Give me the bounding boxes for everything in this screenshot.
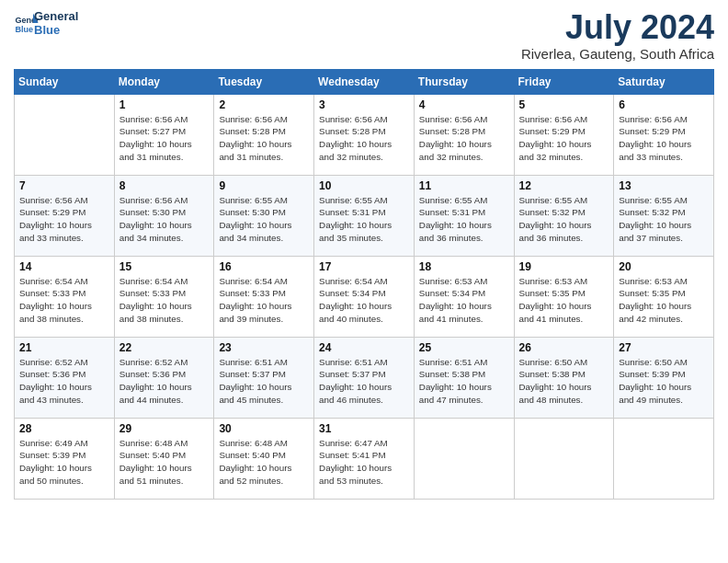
calendar-cell	[614, 418, 714, 499]
calendar-cell: 5 Sunrise: 6:56 AM Sunset: 5:29 PM Dayli…	[514, 94, 614, 175]
day-detail: Sunrise: 6:55 AM Sunset: 5:31 PM Dayligh…	[419, 194, 509, 245]
calendar-cell	[514, 418, 614, 499]
day-detail: Sunrise: 6:47 AM Sunset: 5:41 PM Dayligh…	[319, 437, 409, 488]
sunset-label: Sunset: 5:29 PM	[519, 126, 586, 136]
sunset-label: Sunset: 5:35 PM	[619, 288, 685, 298]
calendar-cell: 20 Sunrise: 6:53 AM Sunset: 5:35 PM Dayl…	[614, 256, 714, 337]
daylight-label: Daylight: 10 hours and 45 minutes.	[219, 382, 291, 405]
calendar-cell: 8 Sunrise: 6:56 AM Sunset: 5:30 PM Dayli…	[114, 175, 214, 256]
col-header-sunday: Sunday	[15, 69, 115, 94]
day-detail: Sunrise: 6:54 AM Sunset: 5:34 PM Dayligh…	[319, 275, 409, 326]
calendar-cell: 2 Sunrise: 6:56 AM Sunset: 5:28 PM Dayli…	[214, 94, 314, 175]
daylight-label: Daylight: 10 hours and 31 minutes.	[119, 139, 192, 162]
daylight-label: Daylight: 10 hours and 35 minutes.	[319, 220, 392, 243]
col-header-monday: Monday	[114, 69, 214, 94]
calendar-cell: 24 Sunrise: 6:51 AM Sunset: 5:37 PM Dayl…	[314, 337, 415, 418]
sunrise-label: Sunrise: 6:55 AM	[419, 195, 488, 205]
daylight-label: Daylight: 10 hours and 50 minutes.	[19, 463, 92, 486]
daylight-label: Daylight: 10 hours and 42 minutes.	[619, 301, 691, 324]
col-header-tuesday: Tuesday	[214, 69, 314, 94]
sunset-label: Sunset: 5:38 PM	[419, 369, 485, 379]
calendar-cell	[15, 94, 115, 175]
day-number: 19	[519, 260, 609, 273]
sunrise-label: Sunrise: 6:48 AM	[219, 438, 288, 448]
day-detail: Sunrise: 6:50 AM Sunset: 5:39 PM Dayligh…	[619, 356, 709, 407]
sunset-label: Sunset: 5:37 PM	[219, 369, 285, 379]
day-number: 1	[119, 98, 210, 111]
logo: General Blue General Blue	[14, 9, 78, 37]
day-number: 9	[219, 179, 309, 192]
calendar-table: SundayMondayTuesdayWednesdayThursdayFrid…	[14, 69, 714, 500]
day-number: 15	[119, 260, 210, 273]
day-detail: Sunrise: 6:48 AM Sunset: 5:40 PM Dayligh…	[119, 437, 210, 488]
sunset-label: Sunset: 5:34 PM	[419, 288, 485, 298]
day-detail: Sunrise: 6:56 AM Sunset: 5:29 PM Dayligh…	[19, 194, 109, 245]
day-number: 17	[319, 260, 409, 273]
calendar-cell: 25 Sunrise: 6:51 AM Sunset: 5:38 PM Dayl…	[414, 337, 514, 418]
sunset-label: Sunset: 5:40 PM	[219, 450, 285, 460]
calendar-cell: 10 Sunrise: 6:55 AM Sunset: 5:31 PM Dayl…	[314, 175, 415, 256]
col-header-thursday: Thursday	[414, 69, 514, 94]
calendar-cell: 11 Sunrise: 6:55 AM Sunset: 5:31 PM Dayl…	[414, 175, 514, 256]
sunrise-label: Sunrise: 6:52 AM	[119, 357, 188, 367]
sunset-label: Sunset: 5:38 PM	[519, 369, 586, 379]
calendar-cell: 16 Sunrise: 6:54 AM Sunset: 5:33 PM Dayl…	[214, 256, 314, 337]
day-number: 27	[619, 341, 709, 354]
sunset-label: Sunset: 5:41 PM	[319, 450, 385, 460]
calendar-cell: 27 Sunrise: 6:50 AM Sunset: 5:39 PM Dayl…	[614, 337, 714, 418]
calendar-cell: 18 Sunrise: 6:53 AM Sunset: 5:34 PM Dayl…	[414, 256, 514, 337]
daylight-label: Daylight: 10 hours and 40 minutes.	[319, 301, 392, 324]
sunrise-label: Sunrise: 6:54 AM	[19, 276, 88, 286]
day-number: 14	[19, 260, 109, 273]
day-detail: Sunrise: 6:56 AM Sunset: 5:30 PM Dayligh…	[119, 194, 210, 245]
day-number: 5	[519, 98, 609, 111]
day-detail: Sunrise: 6:56 AM Sunset: 5:29 PM Dayligh…	[619, 113, 709, 164]
sunset-label: Sunset: 5:28 PM	[219, 126, 285, 136]
day-detail: Sunrise: 6:54 AM Sunset: 5:33 PM Dayligh…	[19, 275, 109, 326]
daylight-label: Daylight: 10 hours and 36 minutes.	[519, 220, 592, 243]
sunrise-label: Sunrise: 6:47 AM	[319, 438, 388, 448]
daylight-label: Daylight: 10 hours and 43 minutes.	[19, 382, 92, 405]
sunrise-label: Sunrise: 6:56 AM	[119, 114, 188, 124]
col-header-saturday: Saturday	[614, 69, 714, 94]
day-detail: Sunrise: 6:51 AM Sunset: 5:37 PM Dayligh…	[219, 356, 309, 407]
sunset-label: Sunset: 5:37 PM	[319, 369, 385, 379]
day-number: 12	[519, 179, 609, 192]
daylight-label: Daylight: 10 hours and 51 minutes.	[119, 463, 192, 486]
sunset-label: Sunset: 5:39 PM	[19, 450, 85, 460]
calendar-cell	[414, 418, 514, 499]
sunrise-label: Sunrise: 6:51 AM	[319, 357, 388, 367]
day-number: 31	[319, 422, 409, 435]
daylight-label: Daylight: 10 hours and 41 minutes.	[419, 301, 492, 324]
location-subtitle: Riverlea, Gauteng, South Africa	[521, 46, 714, 62]
day-number: 6	[619, 98, 709, 111]
sunrise-label: Sunrise: 6:50 AM	[519, 357, 588, 367]
day-detail: Sunrise: 6:55 AM Sunset: 5:31 PM Dayligh…	[319, 194, 409, 245]
day-number: 28	[19, 422, 109, 435]
day-detail: Sunrise: 6:56 AM Sunset: 5:28 PM Dayligh…	[219, 113, 309, 164]
day-number: 21	[19, 341, 109, 354]
day-detail: Sunrise: 6:55 AM Sunset: 5:32 PM Dayligh…	[519, 194, 609, 245]
sunrise-label: Sunrise: 6:56 AM	[619, 114, 688, 124]
sunrise-label: Sunrise: 6:51 AM	[419, 357, 488, 367]
sunset-label: Sunset: 5:27 PM	[119, 126, 186, 136]
sunset-label: Sunset: 5:34 PM	[319, 288, 385, 298]
day-number: 29	[119, 422, 210, 435]
col-header-wednesday: Wednesday	[314, 69, 415, 94]
daylight-label: Daylight: 10 hours and 52 minutes.	[219, 463, 291, 486]
page-header: General Blue General Blue July 2024 Rive…	[14, 9, 714, 62]
calendar-week-row: 1 Sunrise: 6:56 AM Sunset: 5:27 PM Dayli…	[15, 94, 714, 175]
daylight-label: Daylight: 10 hours and 38 minutes.	[119, 301, 192, 324]
sunset-label: Sunset: 5:40 PM	[119, 450, 186, 460]
day-number: 3	[319, 98, 409, 111]
day-detail: Sunrise: 6:51 AM Sunset: 5:37 PM Dayligh…	[319, 356, 409, 407]
day-detail: Sunrise: 6:50 AM Sunset: 5:38 PM Dayligh…	[519, 356, 609, 407]
day-detail: Sunrise: 6:53 AM Sunset: 5:34 PM Dayligh…	[419, 275, 509, 326]
daylight-label: Daylight: 10 hours and 47 minutes.	[419, 382, 492, 405]
day-number: 11	[419, 179, 509, 192]
month-year-title: July 2024	[521, 9, 714, 46]
calendar-cell: 9 Sunrise: 6:55 AM Sunset: 5:30 PM Dayli…	[214, 175, 314, 256]
day-number: 7	[19, 179, 109, 192]
day-number: 24	[319, 341, 409, 354]
sunrise-label: Sunrise: 6:52 AM	[19, 357, 88, 367]
